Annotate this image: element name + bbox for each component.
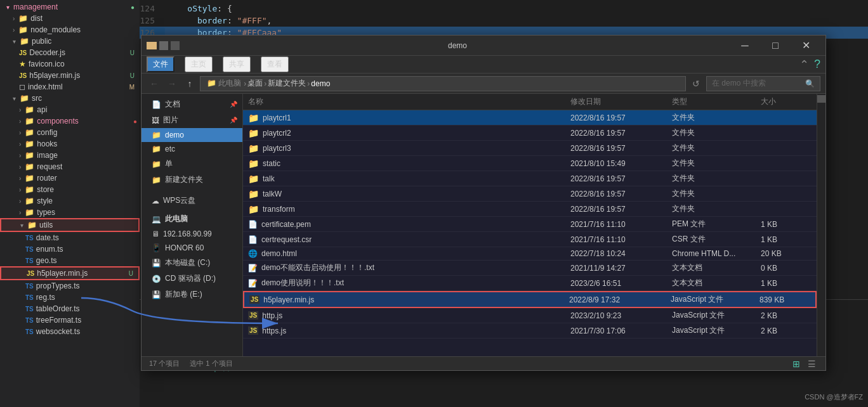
- search-box[interactable]: 在 demo 中搜索 🔍: [706, 76, 820, 91]
- nav-item-cd-d[interactable]: 💿 CD 驱动器 (D:): [141, 271, 242, 287]
- sidebar-item-hooks[interactable]: › 📁 hooks: [0, 138, 140, 150]
- sidebar-item-reg-ts[interactable]: TS reg.ts: [0, 292, 140, 303]
- sidebar-item-utils[interactable]: ▾ 📁 utils: [0, 218, 140, 232]
- sidebar-item-config[interactable]: › 📁 config: [0, 127, 140, 138]
- sidebar-item-favicon[interactable]: ★ favicon.ico: [0, 58, 140, 70]
- nav-item-new-vol[interactable]: 💾 新加卷 (E:): [141, 287, 242, 302]
- chevron-down-icon: ▾: [6, 4, 10, 11]
- sidebar-item-tableorder-ts[interactable]: TS tableOrder.ts: [0, 303, 140, 314]
- file-row[interactable]: 📄certrequest.csr 2021/7/16 11:10 CSR 文件 …: [243, 232, 817, 247]
- ts-icon: TS: [25, 328, 34, 335]
- nav-item-pictures[interactable]: 🖼 图片 📌: [141, 112, 242, 128]
- nav-item-dan[interactable]: 📁 单: [141, 156, 242, 172]
- file-row[interactable]: 📁transform 2022/8/16 19:57 文件夹: [243, 202, 817, 217]
- file-row[interactable]: 📝demo使用说明！！！.txt 2023/2/6 16:51 文本文档 1 K…: [243, 276, 817, 291]
- sidebar-item-image[interactable]: › 📁 image: [0, 150, 140, 161]
- sidebar-item-types[interactable]: › 📁 types: [0, 207, 140, 218]
- sidebar-item-style[interactable]: › 📁 style: [0, 195, 140, 207]
- file-kind: CSR 文件: [672, 234, 761, 245]
- file-name-cell: 📄certificate.pem: [248, 220, 570, 229]
- sidebar-item-api[interactable]: › 📁 api: [0, 104, 140, 115]
- sidebar-item-h5player-utils[interactable]: JS h5player.min.js U: [0, 266, 140, 280]
- file-row[interactable]: 🌐demo.html 2022/7/18 10:24 Chrome HTML D…: [243, 247, 817, 261]
- up-button[interactable]: ↑: [182, 76, 197, 91]
- sidebar-item-src[interactable]: ▾ 📁 src: [0, 93, 140, 104]
- nav-item-label: 新加卷 (E:): [165, 289, 202, 300]
- view-icons: ⊞ ☰: [790, 358, 818, 370]
- folder-icon: 📁: [152, 145, 161, 153]
- nav-item-this-pc[interactable]: 💻 此电脑: [141, 211, 242, 227]
- back-button[interactable]: ←: [147, 76, 162, 91]
- vscode-sidebar: ▾ management ● › 📁 dist › 📁 node_modules…: [0, 0, 140, 407]
- maximize-button[interactable]: □: [761, 36, 790, 56]
- ts-icon: TS: [25, 257, 34, 264]
- file-label: geo.ts: [36, 256, 57, 265]
- file-size: 2 KB: [761, 326, 812, 335]
- sidebar-item-router[interactable]: › 📁 router: [0, 172, 140, 184]
- file-row[interactable]: 📁static 2021/8/10 15:49 文件夹: [243, 156, 817, 171]
- sidebar-item-node-modules[interactable]: › 📁 node_modules: [0, 24, 140, 36]
- chevron-right-icon: ›: [19, 175, 21, 182]
- filename: https.js: [262, 326, 286, 335]
- u-badge: U: [129, 270, 138, 277]
- folder-label: image: [37, 151, 58, 160]
- file-row[interactable]: 📁playtcrl1 2022/8/16 19:57 文件夹: [243, 110, 817, 126]
- file-row[interactable]: 📝demo不能双击启动使用！！！.txt 2021/11/9 14:27 文本文…: [243, 261, 817, 276]
- ts-icon: TS: [25, 294, 34, 301]
- sidebar-item-date-ts[interactable]: TS date.ts: [0, 232, 140, 243]
- item-count: 17 个项目: [149, 359, 180, 368]
- filename: demo使用说明！！！.txt: [261, 278, 344, 288]
- sidebar-item-public[interactable]: ▾ 📁 public: [0, 36, 140, 47]
- sidebar-item-components[interactable]: › 📁 components ●: [0, 115, 140, 127]
- file-row[interactable]: 📄certificate.pem 2021/7/16 11:10 PEM 文件 …: [243, 217, 817, 232]
- forward-button[interactable]: →: [164, 76, 180, 91]
- file-row[interactable]: JS http.js 2023/2/10 9:23 JavaScript 文件 …: [243, 308, 817, 323]
- file-row-h5player[interactable]: JS h5player.min.js 2022/8/9 17:32 JavaSc…: [243, 291, 817, 308]
- nav-item-local-c[interactable]: 💾 本地磁盘 (C:): [141, 255, 242, 271]
- sidebar-item-dist[interactable]: › 📁 dist: [0, 13, 140, 24]
- list-view-icon[interactable]: ⊞: [790, 358, 803, 370]
- ts-icon: TS: [25, 246, 34, 253]
- ribbon-tab-share[interactable]: 共享: [223, 56, 251, 72]
- nav-item-new-folder[interactable]: 📁 新建文件夹: [141, 172, 242, 188]
- sidebar-item-management[interactable]: ▾ management ●: [0, 1, 140, 13]
- sidebar-item-h5player-public[interactable]: JS h5player.min.js U: [0, 70, 140, 81]
- sidebar-item-proptypes-ts[interactable]: TS propTypes.ts: [0, 280, 140, 292]
- file-kind: 文件夹: [672, 173, 761, 184]
- detail-view-icon[interactable]: ☰: [805, 358, 818, 370]
- ribbon: 文件 主页 共享 查看 ⌃ ?: [141, 56, 825, 74]
- sidebar-item-decoder-js[interactable]: JS Decoder.js U: [0, 47, 140, 58]
- scroll-thumb[interactable]: [817, 95, 825, 103]
- nav-item-192[interactable]: 🖥 192.168.90.99: [141, 227, 242, 241]
- nav-item-documents[interactable]: 📄 文档 📌: [141, 96, 242, 112]
- nav-item-label: demo: [165, 131, 184, 139]
- close-button[interactable]: ✕: [791, 36, 820, 56]
- chevron-right-icon: ›: [19, 186, 21, 193]
- file-row[interactable]: 📁playtcrl3 2022/8/16 19:57 文件夹: [243, 141, 817, 156]
- ribbon-tab-file[interactable]: 文件: [147, 56, 174, 72]
- folder-icon: 📁: [25, 185, 34, 194]
- refresh-button[interactable]: ↺: [688, 76, 704, 91]
- nav-item-demo[interactable]: 📁 demo: [141, 128, 242, 142]
- minimize-button[interactable]: ─: [730, 36, 760, 56]
- folder-label: types: [37, 208, 55, 217]
- file-row[interactable]: 📁talk 2022/8/16 19:57 文件夹: [243, 171, 817, 186]
- ribbon-tab-view[interactable]: 查看: [261, 56, 289, 72]
- sidebar-item-websocket-ts[interactable]: TS websocket.ts: [0, 326, 140, 337]
- sidebar-item-enum-ts[interactable]: TS enum.ts: [0, 243, 140, 255]
- file-row[interactable]: 📁talkW 2022/8/16 19:57 文件夹: [243, 186, 817, 202]
- file-kind: 文本文档: [672, 278, 761, 288]
- address-path[interactable]: 📁 此电脑 › 桌面 › 新建文件夹 › demo: [200, 76, 686, 91]
- nav-item-etc[interactable]: 📁 etc: [141, 142, 242, 156]
- sidebar-item-store[interactable]: › 📁 store: [0, 184, 140, 195]
- sidebar-item-geo-ts[interactable]: TS geo.ts: [0, 255, 140, 266]
- txt-icon: 📝: [248, 264, 258, 273]
- sidebar-item-request[interactable]: › 📁 request: [0, 161, 140, 172]
- sidebar-item-treeformat-ts[interactable]: TS treeFormat.ts: [0, 314, 140, 326]
- file-row[interactable]: 📁playtcrl2 2022/8/16 19:57 文件夹: [243, 126, 817, 141]
- ribbon-tab-home[interactable]: 主页: [185, 56, 213, 72]
- file-row[interactable]: JS https.js 2021/7/30 17:06 JavaScript 文…: [243, 323, 817, 339]
- sidebar-item-index-html[interactable]: ◻ index.html M: [0, 81, 140, 93]
- nav-item-wps[interactable]: ☁ WPS云盘: [141, 193, 242, 209]
- nav-item-honor[interactable]: 📱 HONOR 60: [141, 241, 242, 255]
